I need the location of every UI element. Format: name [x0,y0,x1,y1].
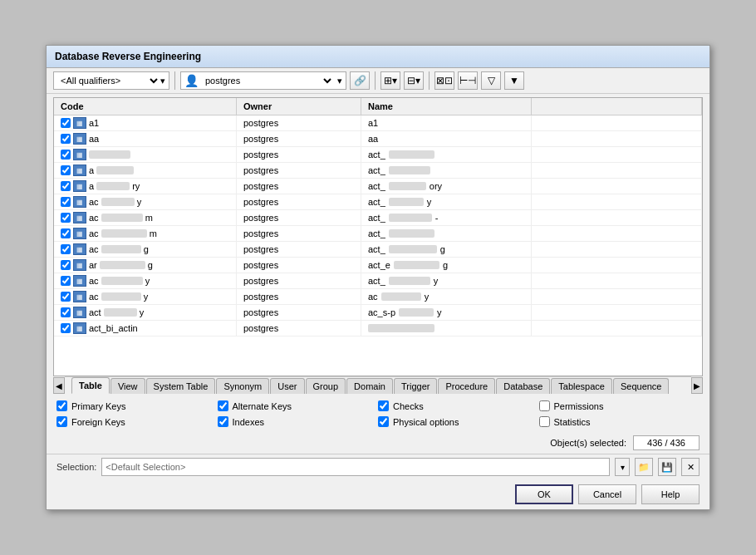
row-name-cell: act_ory [361,179,532,194]
row-icon: ▦ [73,149,86,160]
help-button[interactable]: Help [641,484,700,504]
row-checkbox[interactable] [61,307,71,317]
selection-folder-btn[interactable]: 📁 [635,458,653,476]
row-icon: ▦ [73,180,86,192]
row-owner-cell: postgres [237,321,361,336]
physical-checkbox[interactable] [378,416,389,427]
selected-count-value: 436 / 436 [633,435,700,450]
blurred-code [101,245,141,253]
row-checkbox[interactable] [61,276,71,286]
row-checkbox[interactable] [61,292,71,302]
table-row: ▦ acy postgres acy [54,289,702,305]
blurred-name [389,166,430,174]
row-icon: ▦ [73,275,86,287]
user-icon: 👤 [184,74,199,87]
row-extra-cell [532,289,702,304]
selection-input[interactable] [101,458,610,476]
row-icon: ▦ [73,307,86,318]
row-checkbox[interactable] [61,323,71,333]
qualifier-dropdown[interactable]: <All qualifiers> ▾ [53,71,169,90]
deselect-all-button[interactable]: ⊢⊣ [458,71,478,90]
row-owner-cell: postgres [237,226,361,241]
filter-active-button[interactable]: ▼ [504,71,524,90]
connect-button[interactable]: 🔗 [350,71,370,90]
row-code-cell: ▦ acm [54,226,237,241]
row-checkbox[interactable] [61,181,71,191]
user-dropdown-arrow: ▾ [337,76,342,86]
blurred-name [389,245,437,253]
separator1 [174,71,175,90]
tab-system-table[interactable]: System Table [146,378,216,394]
row-checkbox[interactable] [61,260,71,270]
row-checkbox[interactable] [61,165,71,175]
row-icon: ▦ [73,259,86,271]
selection-dropdown-btn[interactable]: ▾ [615,458,630,476]
tab-nav-left[interactable]: ◀ [53,377,65,394]
deselect-objects-button[interactable]: ⊟▾ [404,71,424,90]
col-name: Name [361,98,532,115]
row-checkbox[interactable] [61,228,71,238]
row-name-cell: act_eg [361,258,532,273]
option-physical: Physical options [378,416,539,427]
tab-domain[interactable]: Domain [346,378,393,394]
permissions-checkbox[interactable] [539,400,550,411]
row-owner-cell: postgres [237,194,361,209]
ok-button[interactable]: OK [515,484,573,504]
row-extra-cell [532,163,702,178]
col-extra [532,98,702,115]
tab-database[interactable]: Database [496,378,550,394]
row-name-cell: a1 [361,115,532,130]
blurred-name [381,292,421,301]
row-checkbox[interactable] [61,197,71,207]
foreign-keys-checkbox[interactable] [56,416,67,427]
primary-keys-checkbox[interactable] [56,400,67,411]
tab-user[interactable]: User [270,378,304,394]
table-row: ▦ acty postgres ac_s-py [54,305,702,321]
tab-trigger[interactable]: Trigger [394,378,437,394]
selection-save-btn[interactable]: 💾 [658,458,676,476]
options-column-1: Primary Keys Foreign Keys [56,400,218,427]
statistics-label: Statistics [554,417,591,427]
row-code-cell: ▦ acm [54,210,237,225]
select-objects-button[interactable]: ⊞▾ [380,71,400,90]
table-row: ▦ ary postgres act_ory [54,179,702,194]
qualifier-select[interactable]: <All qualifiers> [57,75,160,86]
tab-table[interactable]: Table [71,377,110,394]
user-dropdown[interactable]: 👤 postgres ▾ [180,71,346,90]
blurred-name [389,277,430,285]
row-name-cell: act_ [361,226,532,241]
blurred-name [389,214,432,222]
selection-clear-btn[interactable]: ✕ [681,458,700,476]
tab-nav-right[interactable]: ▶ [691,377,703,394]
tab-tablespace[interactable]: Tablespace [551,378,612,394]
tab-procedure[interactable]: Procedure [438,378,495,394]
row-checkbox[interactable] [61,118,71,128]
filter-button[interactable]: ▽ [481,71,501,90]
row-owner-cell: postgres [237,163,361,178]
row-extra-cell [532,226,702,241]
tab-view[interactable]: View [110,378,145,394]
row-extra-cell [532,321,702,336]
code-text: a1 [89,118,99,128]
checks-checkbox[interactable] [378,400,389,411]
cancel-button[interactable]: Cancel [578,484,636,504]
tab-sequence[interactable]: Sequence [613,378,670,394]
tab-group[interactable]: Group [306,378,346,394]
row-checkbox[interactable] [61,213,71,223]
row-checkbox[interactable] [61,134,71,144]
row-code-cell: ▦ [54,147,237,162]
tab-synonym[interactable]: Synonym [216,378,269,394]
dropdown-arrow-icon: ▾ [160,76,165,86]
blurred-code [101,198,135,206]
row-checkbox[interactable] [61,150,71,160]
statistics-checkbox[interactable] [539,416,550,427]
indexes-checkbox[interactable] [218,416,228,427]
database-reverse-engineering-dialog: Database Reverse Engineering <All qualif… [46,45,710,510]
row-name-cell: act_ [361,147,532,162]
select-all-button[interactable]: ⊠⊡ [434,71,454,90]
table-row: ▦ arg postgres act_eg [54,258,702,273]
row-owner-cell: postgres [237,210,361,225]
row-checkbox[interactable] [61,244,71,254]
user-select[interactable]: postgres [202,75,334,86]
alternate-keys-checkbox[interactable] [218,400,228,411]
